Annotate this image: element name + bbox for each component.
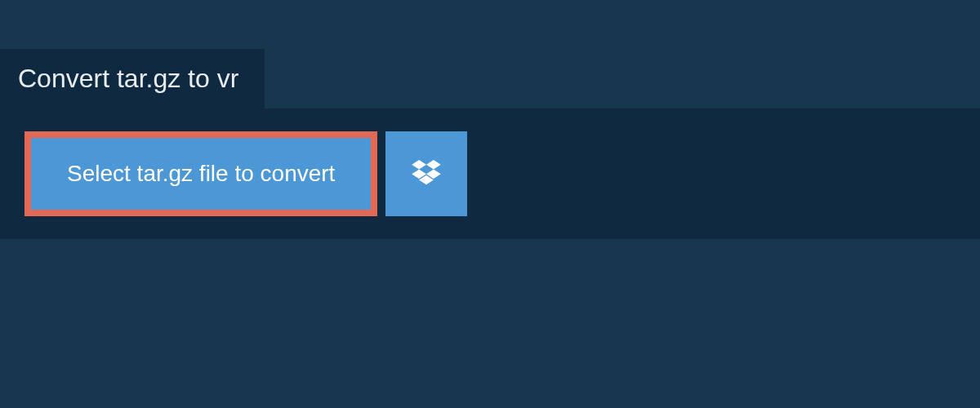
button-row: Select tar.gz file to convert: [24, 131, 956, 216]
select-file-button-label: Select tar.gz file to convert: [67, 161, 335, 187]
select-file-button[interactable]: Select tar.gz file to convert: [31, 138, 371, 210]
dropbox-button[interactable]: [385, 131, 467, 216]
page-title: Convert tar.gz to vr: [18, 64, 238, 94]
tab-header: Convert tar.gz to vr: [0, 49, 265, 109]
upload-panel: Select tar.gz file to convert: [0, 109, 980, 239]
dropbox-icon: [412, 160, 441, 188]
select-button-highlight-frame: Select tar.gz file to convert: [24, 131, 377, 216]
